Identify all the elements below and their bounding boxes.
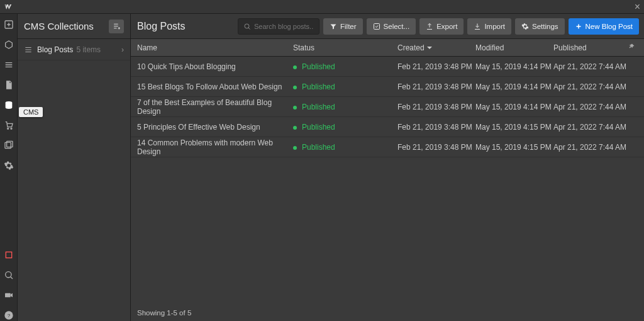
navigator-icon[interactable] [3, 39, 14, 50]
cell-status: Published [293, 123, 397, 132]
collections-sidebar: CMS Collections Blog Posts 5 items › [18, 14, 131, 321]
list-icon [24, 45, 33, 54]
settings-button[interactable]: Settings [515, 18, 565, 35]
cell-published: Apr 21, 2022 7:44 AM [553, 62, 628, 71]
svg-text:?: ? [7, 313, 10, 318]
svg-rect-12 [374, 23, 379, 29]
gear-icon [521, 23, 529, 30]
cell-name: 7 of the Best Examples of Beautiful Blog… [137, 98, 293, 116]
cell-status: Published [293, 62, 397, 71]
page-title: Blog Posts [136, 21, 185, 32]
cell-modified: May 15, 2019 4:14 PM [475, 62, 553, 71]
import-icon [474, 23, 481, 30]
cell-status: Published [293, 143, 397, 152]
search-icon [243, 23, 251, 30]
video-icon[interactable] [3, 290, 14, 301]
cell-created: Feb 21, 2019 3:48 PM [397, 143, 475, 152]
cell-published: Apr 21, 2022 7:44 AM [553, 82, 628, 91]
cell-name: 15 Best Blogs To Follow About Web Design [137, 82, 293, 91]
status-dot-icon [293, 86, 297, 89]
search-input-wrap[interactable] [238, 18, 319, 35]
titlebar: × [0, 0, 644, 14]
select-button[interactable]: Select... [367, 18, 416, 35]
cell-status: Published [293, 82, 397, 91]
cell-created: Feb 21, 2019 3:48 PM [397, 62, 475, 71]
svg-rect-6 [6, 252, 11, 257]
import-button[interactable]: Import [467, 18, 511, 35]
cell-name: 5 Principles Of Effective Web Design [137, 123, 293, 132]
plus-icon [575, 23, 582, 30]
cell-status: Published [293, 103, 397, 111]
new-collection-button[interactable] [109, 20, 124, 33]
cell-modified: May 15, 2019 4:14 PM [475, 82, 553, 91]
svg-rect-8 [5, 293, 11, 298]
cms-icon[interactable] [3, 99, 14, 111]
main-panel: Blog Posts Filter Select... Export Impor… [131, 14, 644, 321]
footer-status: Showing 1-5 of 5 [131, 303, 644, 321]
filter-button[interactable]: Filter [323, 18, 363, 35]
pin-icon[interactable] [628, 43, 638, 52]
cell-published: Apr 21, 2022 7:44 AM [553, 143, 628, 152]
col-header-name[interactable]: Name [137, 43, 293, 52]
col-header-status[interactable]: Status [293, 43, 397, 52]
table-row[interactable]: 7 of the Best Examples of Beautiful Blog… [131, 97, 644, 117]
pages-icon[interactable] [3, 79, 14, 91]
table-header: Name Status Created Modified Published [131, 39, 644, 57]
svg-point-11 [245, 24, 249, 28]
svg-point-3 [11, 128, 12, 129]
cell-created: Feb 21, 2019 3:48 PM [397, 123, 475, 132]
sidebar-title: CMS Collections [24, 21, 109, 31]
export-button[interactable]: Export [419, 18, 464, 35]
status-dot-icon [293, 126, 297, 130]
sort-caret-icon [427, 47, 432, 49]
cell-published: Apr 21, 2022 7:44 AM [553, 123, 628, 132]
cell-modified: May 15, 2019 4:15 PM [475, 143, 553, 152]
cell-created: Feb 21, 2019 3:48 PM [397, 82, 475, 91]
col-header-published[interactable]: Published [553, 43, 628, 52]
status-dot-icon [293, 106, 297, 110]
new-item-button[interactable]: New Blog Post [569, 18, 639, 35]
svg-point-2 [7, 128, 8, 129]
checkbox-icon [373, 23, 380, 30]
collection-count: 5 items [76, 45, 101, 54]
search-icon[interactable] [3, 269, 14, 281]
stop-preview-icon[interactable] [3, 249, 14, 261]
webflow-logo-icon [4, 3, 13, 11]
status-dot-icon [293, 146, 297, 150]
cell-created: Feb 21, 2019 3:48 PM [397, 103, 475, 111]
table-row[interactable]: 15 Best Blogs To Follow About Web Design… [131, 77, 644, 97]
close-icon[interactable]: × [635, 2, 640, 12]
left-rail: ? CMS [0, 14, 18, 321]
table-row[interactable]: 5 Principles Of Effective Web DesignPubl… [131, 117, 644, 137]
collection-item-blog-posts[interactable]: Blog Posts 5 items › [18, 39, 130, 60]
cell-name: 10 Quick Tips About Blogging [137, 62, 293, 71]
settings-gear-icon[interactable] [3, 160, 14, 171]
assets-icon[interactable] [3, 140, 14, 151]
cell-published: Apr 21, 2022 7:44 AM [553, 103, 628, 111]
add-panel-icon[interactable] [3, 19, 14, 30]
table-row[interactable]: 10 Quick Tips About BloggingPublishedFeb… [131, 57, 644, 77]
svg-point-7 [5, 272, 11, 278]
search-input[interactable] [254, 23, 314, 30]
cell-modified: May 15, 2019 4:14 PM [475, 103, 553, 111]
funnel-icon [330, 23, 337, 30]
export-icon [426, 23, 433, 30]
toolbar: Blog Posts Filter Select... Export Impor… [131, 14, 644, 39]
collection-name: Blog Posts [37, 45, 73, 54]
col-header-modified[interactable]: Modified [475, 43, 553, 52]
rail-tooltip: CMS [19, 107, 43, 117]
components-icon[interactable] [3, 59, 14, 70]
table-body: 10 Quick Tips About BloggingPublishedFeb… [131, 57, 644, 303]
cell-name: 14 Common Problems with modern Web Desig… [137, 138, 293, 156]
col-header-created[interactable]: Created [397, 43, 475, 52]
table-row[interactable]: 14 Common Problems with modern Web Desig… [131, 137, 644, 157]
ecommerce-icon[interactable] [3, 120, 14, 131]
status-dot-icon [293, 65, 297, 69]
help-icon[interactable]: ? [3, 310, 14, 321]
cell-modified: May 15, 2019 4:15 PM [475, 123, 553, 132]
chevron-right-icon: › [121, 45, 124, 54]
